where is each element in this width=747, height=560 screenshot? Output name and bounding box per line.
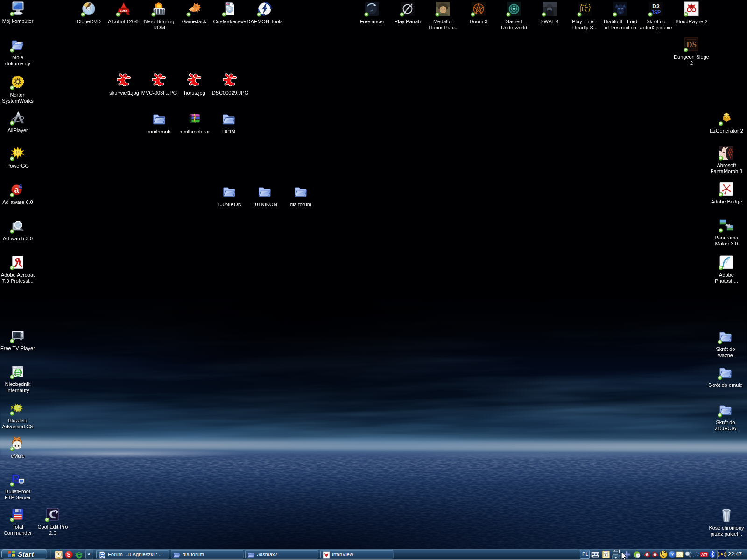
- svg-text:6: 6: [19, 183, 22, 190]
- svg-text:120%: 120%: [120, 9, 127, 12]
- svg-text:S: S: [67, 552, 70, 558]
- svg-text:?: ?: [671, 552, 674, 557]
- svg-text:Cue: Cue: [226, 3, 230, 5]
- svg-text:?: ?: [604, 552, 607, 557]
- svg-text:ATI: ATI: [701, 553, 707, 557]
- svg-text:D2: D2: [652, 3, 660, 10]
